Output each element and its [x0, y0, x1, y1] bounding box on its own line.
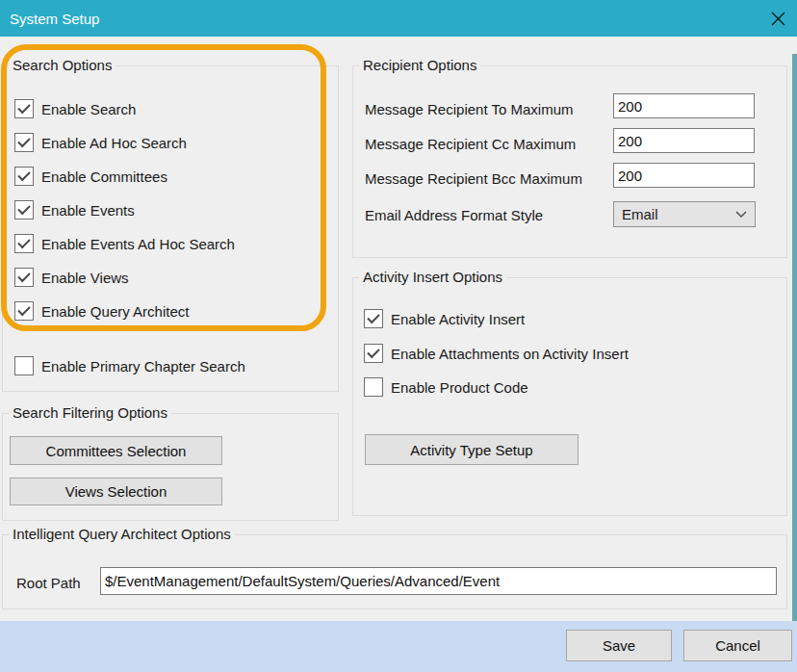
- enable-query-architect-label: Enable Query Architect: [41, 303, 189, 320]
- search-filtering-group-label: Search Filtering Options: [9, 404, 171, 421]
- footer-bar: Save Cancel: [0, 621, 797, 672]
- root-path-label: Root Path: [16, 575, 81, 591]
- recipient-bcc-max-input[interactable]: [613, 163, 755, 188]
- enable-events-row[interactable]: Enable Events: [14, 200, 135, 220]
- email-format-style-dropdown[interactable]: Email: [613, 201, 756, 227]
- recipient-cc-max-input[interactable]: [613, 128, 755, 153]
- enable-committees-label: Enable Committees: [41, 168, 167, 185]
- enable-primary-chapter-label: Enable Primary Chapter Search: [41, 358, 245, 375]
- recipient-options-group: Recipient Options Message Recipient To M…: [352, 65, 787, 258]
- enable-events-label: Enable Events: [41, 202, 135, 219]
- close-button[interactable]: [764, 5, 791, 32]
- system-setup-dialog: System Setup Search Options Enable Searc…: [0, 0, 797, 672]
- save-button[interactable]: Save: [566, 630, 672, 661]
- email-format-style-label: Email Address Format Style: [365, 207, 543, 223]
- enable-attachments-label: Enable Attachments on Activity Insert: [391, 346, 629, 362]
- enable-product-code-label: Enable Product Code: [391, 379, 528, 396]
- enable-activity-insert-label: Enable Activity Insert: [391, 311, 525, 327]
- enable-adhoc-search-label: Enable Ad Hoc Search: [41, 135, 187, 151]
- close-icon: [770, 11, 786, 27]
- query-architect-group-label: Intelligent Query Architect Options: [9, 526, 235, 542]
- chevron-down-icon: [735, 211, 747, 219]
- enable-primary-chapter-row[interactable]: Enable Primary Chapter Search: [14, 356, 245, 375]
- window-title: System Setup: [10, 11, 99, 27]
- enable-attachments-checkbox[interactable]: [364, 344, 383, 363]
- recipient-cc-max-label: Message Recipient Cc Maximum: [365, 136, 576, 152]
- enable-events-checkbox[interactable]: [14, 200, 34, 220]
- enable-product-code-checkbox[interactable]: [364, 377, 383, 397]
- enable-events-adhoc-label: Enable Events Ad Hoc Search: [41, 236, 235, 252]
- search-options-group: Search Options Enable Search Enable Ad H…: [2, 65, 339, 392]
- enable-committees-checkbox[interactable]: [14, 167, 34, 186]
- views-selection-button[interactable]: Views Selection: [10, 478, 222, 505]
- enable-search-label: Enable Search: [41, 101, 136, 117]
- enable-primary-chapter-checkbox[interactable]: [14, 356, 34, 375]
- enable-query-architect-row[interactable]: Enable Query Architect: [14, 301, 189, 321]
- query-architect-group: Intelligent Query Architect Options Root…: [2, 534, 787, 609]
- window-edge-stripe: [792, 54, 797, 621]
- title-bar: System Setup: [0, 0, 797, 37]
- committees-selection-button[interactable]: Committees Selection: [10, 436, 222, 465]
- enable-adhoc-search-checkbox[interactable]: [14, 133, 34, 152]
- recipient-bcc-max-label: Message Recipient Bcc Maximum: [365, 170, 582, 187]
- enable-committees-row[interactable]: Enable Committees: [14, 167, 167, 186]
- enable-views-label: Enable Views: [41, 270, 129, 286]
- recipient-options-group-label: Recipient Options: [359, 57, 480, 73]
- activity-type-setup-button[interactable]: Activity Type Setup: [365, 434, 578, 465]
- enable-activity-insert-row[interactable]: Enable Activity Insert: [364, 309, 525, 328]
- search-options-group-label: Search Options: [9, 57, 116, 73]
- recipient-to-max-label: Message Recipient To Maximum: [365, 101, 573, 117]
- enable-search-checkbox[interactable]: [14, 99, 34, 118]
- activity-insert-group-label: Activity Insert Options: [359, 269, 506, 285]
- search-filtering-group: Search Filtering Options Committees Sele…: [2, 413, 339, 521]
- activity-insert-options-group: Activity Insert Options Enable Activity …: [352, 277, 787, 516]
- enable-search-row[interactable]: Enable Search: [14, 99, 136, 118]
- enable-query-architect-checkbox[interactable]: [14, 301, 34, 321]
- enable-events-adhoc-row[interactable]: Enable Events Ad Hoc Search: [14, 234, 235, 253]
- enable-adhoc-search-row[interactable]: Enable Ad Hoc Search: [14, 133, 187, 152]
- root-path-input[interactable]: [100, 567, 777, 595]
- cancel-button[interactable]: Cancel: [683, 630, 792, 661]
- enable-attachments-row[interactable]: Enable Attachments on Activity Insert: [364, 344, 629, 363]
- email-format-style-value: Email: [622, 206, 658, 222]
- enable-views-row[interactable]: Enable Views: [14, 268, 129, 287]
- enable-product-code-row[interactable]: Enable Product Code: [364, 377, 528, 397]
- enable-views-checkbox[interactable]: [14, 268, 34, 287]
- enable-activity-insert-checkbox[interactable]: [364, 309, 383, 328]
- enable-events-adhoc-checkbox[interactable]: [14, 234, 34, 253]
- recipient-to-max-input[interactable]: [613, 93, 755, 118]
